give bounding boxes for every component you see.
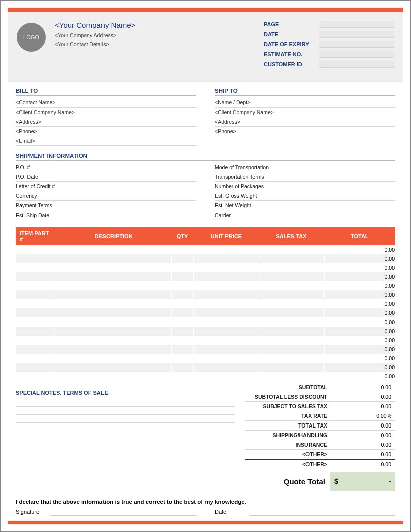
item-cell[interactable] <box>193 327 259 336</box>
item-cell[interactable] <box>171 354 193 363</box>
item-cell[interactable] <box>171 372 193 381</box>
shipment-input[interactable] <box>76 174 196 180</box>
notes-line[interactable] <box>16 415 235 423</box>
ship-to-field[interactable]: <Phone> <box>215 127 395 136</box>
item-cell[interactable] <box>16 354 56 363</box>
item-cell[interactable] <box>16 336 56 345</box>
bill-to-field[interactable]: <Contact Name> <box>16 98 196 108</box>
total-value[interactable]: 0.00 <box>330 450 395 459</box>
total-value[interactable]: 0.00 <box>330 431 395 440</box>
item-cell[interactable] <box>16 290 56 299</box>
meta-date-input[interactable] <box>319 31 394 38</box>
item-cell[interactable] <box>193 245 259 254</box>
meta-expiry-input[interactable] <box>319 41 394 48</box>
item-cell[interactable] <box>16 308 56 317</box>
total-value[interactable]: 0.00% <box>330 411 395 420</box>
shipment-input[interactable] <box>76 202 196 208</box>
notes-line[interactable] <box>16 407 235 415</box>
item-cell[interactable] <box>259 263 324 272</box>
item-cell[interactable] <box>193 308 259 317</box>
item-cell[interactable] <box>56 272 171 281</box>
item-cell[interactable] <box>56 327 171 336</box>
item-cell[interactable] <box>171 317 193 327</box>
item-cell[interactable] <box>16 299 56 308</box>
item-cell[interactable] <box>56 281 171 290</box>
shipment-input[interactable] <box>76 193 196 199</box>
company-address[interactable]: <Your Company Address> <box>55 32 264 38</box>
bill-to-field[interactable]: <Email> <box>16 136 196 146</box>
company-contact[interactable]: <Your Contact Details> <box>55 41 264 47</box>
shipment-input[interactable] <box>275 193 395 199</box>
item-cell[interactable] <box>171 281 193 290</box>
item-cell[interactable] <box>16 254 56 263</box>
item-cell[interactable] <box>259 281 324 290</box>
item-cell[interactable] <box>193 336 259 345</box>
item-cell[interactable] <box>193 272 259 281</box>
item-cell[interactable] <box>193 254 259 263</box>
shipment-input[interactable] <box>275 174 395 180</box>
item-cell[interactable] <box>171 299 193 308</box>
item-cell[interactable] <box>56 345 171 354</box>
item-cell[interactable] <box>171 290 193 299</box>
item-cell[interactable] <box>259 345 324 354</box>
bill-to-field[interactable]: <Phone> <box>16 127 196 136</box>
shipment-input[interactable] <box>275 202 395 208</box>
item-cell[interactable] <box>171 263 193 272</box>
item-cell[interactable] <box>16 245 56 254</box>
shipment-input[interactable] <box>76 183 196 189</box>
total-value[interactable]: 0.00 <box>330 421 395 430</box>
item-cell[interactable] <box>56 354 171 363</box>
shipment-input[interactable] <box>76 212 196 218</box>
item-cell[interactable] <box>259 317 324 327</box>
item-cell[interactable] <box>193 354 259 363</box>
item-cell[interactable] <box>16 281 56 290</box>
ship-to-field[interactable]: <Name / Dept> <box>215 98 395 108</box>
total-value[interactable]: 0.00 <box>330 392 395 401</box>
ship-to-field[interactable]: <Client Company Name> <box>215 108 395 117</box>
bill-to-field[interactable]: <Address> <box>16 117 196 127</box>
item-cell[interactable] <box>56 308 171 317</box>
company-name[interactable]: <Your Company Name> <box>55 21 264 29</box>
item-cell[interactable] <box>259 308 324 317</box>
item-cell[interactable] <box>171 336 193 345</box>
item-cell[interactable] <box>56 245 171 254</box>
item-cell[interactable] <box>193 317 259 327</box>
item-cell[interactable] <box>56 290 171 299</box>
item-cell[interactable] <box>16 272 56 281</box>
item-cell[interactable] <box>171 254 193 263</box>
notes-line[interactable] <box>16 423 235 431</box>
meta-page-input[interactable] <box>319 21 394 28</box>
notes-line[interactable] <box>16 431 235 439</box>
item-cell[interactable] <box>193 345 259 354</box>
item-cell[interactable] <box>259 354 324 363</box>
shipment-input[interactable] <box>275 212 395 218</box>
item-cell[interactable] <box>193 263 259 272</box>
item-cell[interactable] <box>171 345 193 354</box>
sig-date-line[interactable] <box>250 509 395 516</box>
ship-to-field[interactable]: <Address> <box>215 117 395 127</box>
item-cell[interactable] <box>193 281 259 290</box>
meta-customer-input[interactable] <box>319 61 394 68</box>
total-value[interactable]: 0.00 <box>330 402 395 411</box>
item-cell[interactable] <box>193 372 259 381</box>
item-cell[interactable] <box>16 345 56 354</box>
item-cell[interactable] <box>16 317 56 327</box>
item-cell[interactable] <box>193 363 259 372</box>
item-cell[interactable] <box>193 290 259 299</box>
item-cell[interactable] <box>171 272 193 281</box>
item-cell[interactable] <box>56 363 171 372</box>
item-cell[interactable] <box>171 327 193 336</box>
item-cell[interactable] <box>56 263 171 272</box>
meta-estimate-input[interactable] <box>319 51 394 58</box>
item-cell[interactable] <box>259 254 324 263</box>
total-value[interactable]: 0.00 <box>330 460 395 469</box>
item-cell[interactable] <box>171 308 193 317</box>
item-cell[interactable] <box>16 372 56 381</box>
item-cell[interactable] <box>16 363 56 372</box>
item-cell[interactable] <box>259 245 324 254</box>
item-cell[interactable] <box>193 299 259 308</box>
notes-line[interactable] <box>16 399 235 407</box>
signature-line[interactable] <box>51 509 196 516</box>
total-value[interactable]: 0.00 <box>330 440 395 449</box>
item-cell[interactable] <box>259 336 324 345</box>
